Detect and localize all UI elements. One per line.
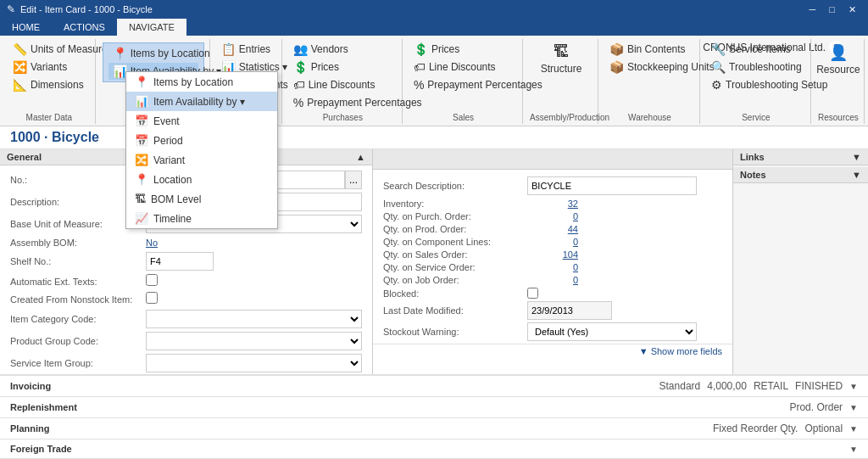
variants-button[interactable]: 🔀 Variants (8, 59, 112, 76)
purchases-prices-button[interactable]: 💲 Prices (289, 59, 397, 76)
ribbon: HOME ACTIONS NAVIGATE CRONUS Internation… (0, 19, 868, 126)
auto-ext-checkbox[interactable] (146, 274, 158, 286)
bom-level-label: BOM Level (151, 193, 201, 205)
ribbon-tabs: HOME ACTIONS NAVIGATE CRONUS Internation… (0, 19, 868, 36)
blocked-checkbox[interactable] (527, 288, 538, 299)
qty-component-value[interactable]: 0 (527, 237, 578, 247)
tab-navigate[interactable]: NAVIGATE (117, 19, 186, 36)
variants-label: Variants (31, 61, 67, 73)
ribbon-group-resources: 👤 Resource Resources (813, 39, 865, 124)
prepayment-percentages-button[interactable]: % Prepayment Percentages (289, 94, 397, 111)
service-item-group-select[interactable] (146, 354, 362, 372)
dropdown-bom-level[interactable]: 🏗 BOM Level (126, 189, 277, 209)
entries-button[interactable]: 📋 Entries (217, 41, 276, 58)
service-item-group-label: Service Item Group: (10, 358, 146, 368)
title-bar: ✎ Edit - Item Card - 1000 - Bicycle ─ □ … (0, 0, 868, 19)
replenishment-section: Replenishment Prod. Order ▼ (0, 396, 868, 417)
stockkeeping-units-button[interactable]: 📦 Stockkeeping Units (605, 59, 694, 76)
planning-info: Fixed Reorder Qty. Optional ▼ (713, 423, 858, 434)
show-more-row: ▼ Show more fields (373, 344, 732, 358)
entries-icon: 📋 (221, 42, 236, 56)
troubleshooting-setup-button[interactable]: ⚙ Troubleshooting Setup (707, 76, 805, 93)
planning-arrow: ▼ (849, 424, 858, 434)
qty-job-label: Qty. on Job Order: (383, 275, 527, 285)
sales-prices-button[interactable]: 💲 Prices (409, 41, 517, 58)
qty-job-value[interactable]: 0 (527, 275, 578, 285)
purchases-line-discounts-button[interactable]: 🏷 Line Discounts (289, 76, 397, 93)
qty-service-label: Qty. on Service Order: (383, 262, 527, 272)
minimize-button[interactable]: ─ (804, 4, 821, 15)
links-header[interactable]: Links ▼ (733, 149, 868, 165)
ribbon-group-sales: 💲 Prices 🏷 Line Discounts % Prepayment P… (404, 39, 523, 124)
assembly-bom-row: Assembly BOM: No (10, 237, 362, 249)
sales-line-discounts-button[interactable]: 🏷 Line Discounts (409, 59, 517, 76)
sales-prepayment-button[interactable]: % Prepayment Percentages (409, 76, 517, 93)
qty-purch-row: Qty. on Purch. Order: 0 (383, 211, 722, 221)
qty-prod-row: Qty. on Prod. Order: 44 (383, 224, 722, 234)
created-nonstock-row: Created From Nonstock Item: (10, 292, 362, 306)
resource-label: Resource (816, 64, 860, 76)
no-ellipsis-button[interactable]: ... (345, 171, 362, 189)
resource-button[interactable]: 👤 Resource (818, 41, 859, 78)
qty-prod-value[interactable]: 44 (527, 224, 578, 234)
dropdown-variant[interactable]: 🔀 Variant (126, 150, 277, 170)
service-items-label: Service Items (729, 43, 791, 55)
maximize-button[interactable]: □ (824, 4, 840, 15)
tab-actions[interactable]: ACTIONS (52, 19, 117, 36)
purchases-label: Purchases (289, 111, 397, 122)
close-button[interactable]: ✕ (843, 4, 861, 15)
service-items-button[interactable]: 🔧 Service Items (707, 41, 805, 58)
inventory-value[interactable]: 32 (527, 199, 578, 209)
last-date-label: Last Date Modified: (383, 305, 527, 316)
vendors-button[interactable]: 👥 Vendors (289, 41, 397, 58)
sales-col: 💲 Prices 🏷 Line Discounts % Prepayment P… (409, 41, 517, 93)
planning-header[interactable]: Planning Fixed Reorder Qty. Optional ▼ (0, 418, 868, 439)
invoicing-header[interactable]: Invoicing Standard 4,000,00 RETAIL FINIS… (0, 376, 868, 396)
items-by-location-button[interactable]: 📍 Items by Location (108, 45, 198, 62)
dropdown-period[interactable]: 📅 Period (126, 131, 277, 150)
title-bar-controls: ─ □ ✕ (804, 4, 861, 15)
troubleshooting-setup-icon: ⚙ (711, 78, 722, 92)
event-icon: 📅 (135, 115, 148, 127)
inventory-fields: Inventory: 32 Qty. on Purch. Order: 0 Qt… (373, 199, 732, 341)
shelf-no-input[interactable] (146, 252, 214, 271)
troubleshooting-button[interactable]: 🔍 Troubleshooting (707, 59, 805, 76)
variant-icon: 🔀 (135, 154, 148, 166)
bin-contents-button[interactable]: 📦 Bin Contents (605, 41, 694, 58)
notes-header[interactable]: Notes ▼ (733, 167, 868, 183)
ribbon-group-warehouse: 📦 Bin Contents 📦 Stockkeeping Units Ware… (600, 39, 700, 124)
units-of-measure-button[interactable]: 📏 Units of Measure (8, 41, 112, 58)
replenishment-type: Prod. Order (789, 401, 843, 413)
availability-dropdown: 📍 Items by Location 📊 Item Availability … (125, 71, 278, 229)
general-label: General (7, 152, 42, 162)
item-category-select[interactable] (146, 310, 362, 328)
qty-service-value[interactable]: 0 (527, 262, 578, 272)
foreign-trade-header[interactable]: Foreign Trade ▼ (0, 439, 868, 458)
replenishment-header[interactable]: Replenishment Prod. Order ▼ (0, 397, 868, 417)
qty-sales-value[interactable]: 104 (527, 249, 578, 260)
period-icon: 📅 (135, 134, 148, 147)
bin-contents-icon: 📦 (609, 42, 624, 56)
show-more-button[interactable]: ▼ Show more fields (639, 346, 722, 356)
dropdown-location[interactable]: 📍 Location (126, 170, 277, 189)
structure-button[interactable]: 🏗 Structure (530, 41, 593, 77)
shelf-no-label: Shelf No.: (10, 256, 146, 266)
assembly-bom-link[interactable]: No (146, 238, 158, 248)
stockout-select[interactable]: Default (Yes) Yes No (527, 322, 697, 341)
location-label: Location (153, 174, 192, 186)
search-desc-row: Search Description: (373, 173, 732, 199)
tab-home[interactable]: HOME (0, 19, 52, 36)
dimensions-button[interactable]: 📐 Dimensions (8, 76, 112, 93)
blocked-label: Blocked: (383, 288, 527, 299)
dropdown-item-availability[interactable]: 📊 Item Availability by ▾ (126, 92, 277, 111)
troubleshooting-icon: 🔍 (711, 60, 726, 74)
items-loc-icon: 📍 (135, 76, 148, 88)
dropdown-items-by-location[interactable]: 📍 Items by Location (126, 72, 277, 92)
search-desc-input[interactable] (527, 176, 697, 195)
bom-level-icon: 🏗 (135, 193, 146, 205)
dropdown-timeline[interactable]: 📈 Timeline (126, 209, 277, 228)
product-group-select[interactable] (146, 332, 362, 350)
created-nonstock-checkbox[interactable] (146, 292, 158, 304)
dropdown-event[interactable]: 📅 Event (126, 111, 277, 131)
qty-purch-value[interactable]: 0 (527, 211, 578, 221)
